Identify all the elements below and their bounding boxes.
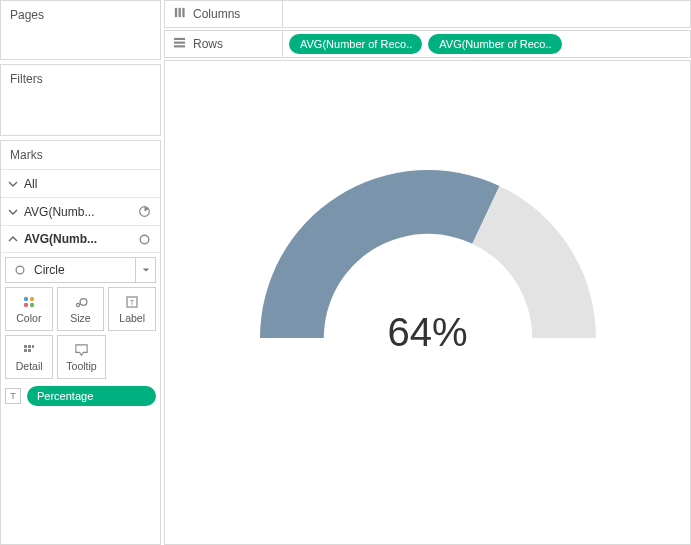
svg-point-6 [30, 303, 34, 307]
svg-point-7 [76, 303, 79, 306]
svg-rect-13 [32, 345, 34, 348]
encoding-label[interactable]: T Label [108, 287, 156, 331]
label-icon: T [124, 294, 140, 310]
columns-dropzone[interactable] [283, 1, 690, 27]
marks-shelf-avg-1-label: AVG(Numb... [24, 205, 136, 219]
marks-shelf-avg-2-label: AVG(Numb... [24, 232, 136, 246]
filters-title: Filters [1, 65, 160, 93]
columns-icon [173, 6, 186, 22]
pill-percentage: Percentage [27, 386, 156, 406]
chevron-down-icon [7, 206, 19, 218]
svg-text:T: T [130, 298, 135, 307]
pie-icon [136, 204, 152, 220]
encoding-size-label: Size [70, 312, 90, 324]
rows-shelf[interactable]: Rows AVG(Number of Reco.. AVG(Number of … [164, 30, 691, 58]
color-dots-icon [21, 294, 37, 310]
encoding-tooltip-label: Tooltip [66, 360, 96, 372]
columns-shelf[interactable]: Columns [164, 0, 691, 28]
rows-icon [173, 36, 186, 52]
svg-rect-16 [175, 8, 177, 17]
rows-pill-1[interactable]: AVG(Number of Reco.. [289, 34, 422, 54]
svg-point-8 [80, 299, 87, 306]
svg-rect-12 [28, 345, 31, 348]
columns-label: Columns [193, 7, 240, 21]
encoding-tooltip[interactable]: Tooltip [57, 335, 105, 379]
caret-down-icon[interactable] [135, 258, 155, 282]
encoding-color[interactable]: Color [5, 287, 53, 331]
svg-rect-15 [28, 349, 31, 352]
svg-rect-14 [24, 349, 27, 352]
detail-icon [21, 342, 37, 358]
marks-card: Marks All AVG(Numb... [0, 140, 161, 545]
rows-label: Rows [193, 37, 223, 51]
encoding-color-label: Color [16, 312, 41, 324]
encoding-label-label: Label [119, 312, 145, 324]
svg-rect-11 [24, 345, 27, 348]
chevron-down-icon [7, 178, 19, 190]
encoding-detail-label: Detail [16, 360, 43, 372]
svg-rect-21 [174, 45, 185, 47]
svg-point-3 [24, 297, 28, 301]
svg-point-4 [30, 297, 34, 301]
encoding-size[interactable]: Size [57, 287, 105, 331]
encoding-detail[interactable]: Detail [5, 335, 53, 379]
svg-rect-19 [174, 38, 185, 40]
marks-shelf-all-label: All [24, 177, 152, 191]
size-icon [73, 294, 89, 310]
marks-title: Marks [1, 141, 160, 169]
visualization-canvas[interactable]: 64% [164, 60, 691, 545]
rows-dropzone[interactable]: AVG(Number of Reco.. AVG(Number of Reco.… [283, 31, 690, 57]
filters-shelf[interactable]: Filters [0, 64, 161, 136]
label-icon: T [5, 388, 21, 404]
svg-rect-20 [174, 42, 185, 44]
tooltip-icon [73, 342, 89, 358]
circle-icon [12, 262, 28, 278]
mark-type-label: Circle [34, 263, 65, 277]
marks-label-pill[interactable]: T Percentage [5, 385, 156, 407]
pages-title: Pages [1, 1, 160, 29]
pages-shelf[interactable]: Pages [0, 0, 161, 60]
mark-type-dropdown[interactable]: Circle [5, 257, 156, 283]
marks-shelf-all[interactable]: All [1, 169, 160, 197]
gauge-chart: 64% [255, 165, 601, 511]
chevron-up-icon [7, 233, 19, 245]
marks-shelf-avg-2[interactable]: AVG(Numb... [1, 225, 160, 253]
svg-point-5 [24, 303, 28, 307]
svg-point-2 [16, 266, 24, 274]
svg-rect-18 [182, 8, 184, 17]
svg-rect-17 [179, 8, 181, 17]
marks-shelf-avg-1[interactable]: AVG(Numb... [1, 197, 160, 225]
svg-point-1 [140, 235, 149, 244]
circle-icon [136, 231, 152, 247]
rows-pill-2[interactable]: AVG(Number of Reco.. [428, 34, 561, 54]
